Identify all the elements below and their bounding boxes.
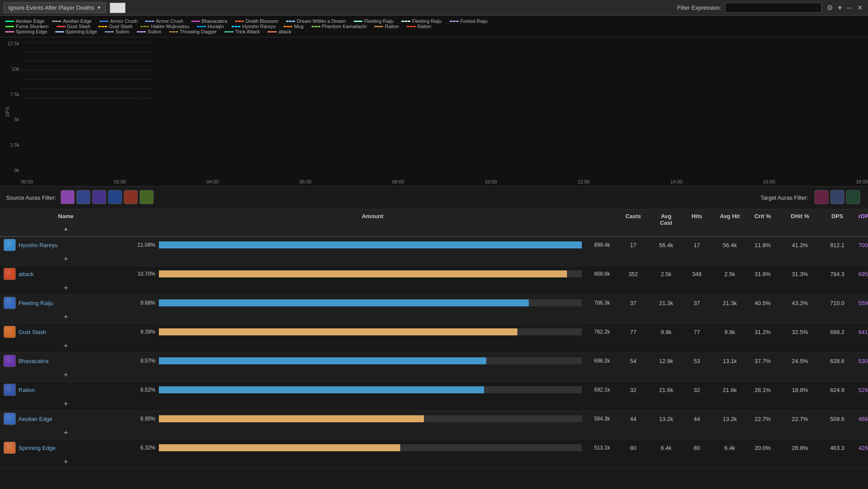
target-aura-icon-target-aura2[interactable] [830, 190, 844, 204]
dhit-cell: 18.8% [780, 385, 820, 395]
ability-name-text: Fleeting Raiju [18, 300, 54, 306]
col-name: Name [0, 213, 132, 226]
plus-icon[interactable]: + [64, 313, 68, 322]
rdps-cell: 559.0 [855, 298, 868, 308]
plus-icon[interactable]: + [64, 399, 68, 409]
legend-item: Raiton [407, 24, 431, 29]
ability-name-text: Spinning Edge [18, 445, 56, 451]
dhit-cell: 32.5% [780, 327, 820, 337]
col-dps: DPS [820, 213, 855, 226]
expand-row-button[interactable]: + [0, 253, 132, 266]
expand-row-button[interactable]: + [0, 340, 132, 352]
plus-icon[interactable]: + [64, 370, 68, 380]
expand-row-button[interactable]: + [0, 398, 132, 410]
ability-icon-hyosho [4, 239, 16, 251]
avg-hit-cell: 2.5k [714, 269, 745, 279]
amount-pct: 11.08% [135, 242, 155, 248]
ability-name-cell: attack [0, 266, 132, 282]
source-auras-label: Source Auras Filter: [6, 194, 56, 201]
expand-row-button[interactable]: + [0, 369, 132, 381]
amount-bar [159, 270, 582, 277]
aura-icon-aura6[interactable] [140, 190, 154, 204]
crit-cell: 28.1% [745, 385, 780, 395]
aura-icon-aura4[interactable] [108, 190, 122, 204]
amount-pct: 6.95% [135, 416, 155, 422]
aura-icon-aura1[interactable] [61, 190, 75, 204]
bar-fill [159, 328, 517, 335]
col-amount: Amount [132, 213, 613, 226]
ability-name-cell: Bhavacakra [0, 353, 132, 369]
table-row: attack10.70%868.6k3522.5k3482.5k31.6%31.… [0, 266, 868, 295]
y-axis-label: 5k [14, 117, 19, 122]
target-aura-icon-target-aura3[interactable] [846, 190, 860, 204]
legend-label: Armor Crush [156, 18, 183, 24]
col-dhit: DHit % [780, 213, 820, 226]
dhit-cell: 31.3% [780, 269, 820, 279]
ignore-events-dropdown[interactable]: Ignore Events After Player Deaths ▼ [4, 2, 106, 13]
aura-icon-aura5[interactable] [124, 190, 138, 204]
ability-icon-raiton [4, 384, 16, 396]
rdps-cell: 526.7 [855, 385, 868, 395]
legend-item: Phantom Kamaitachi [312, 24, 367, 29]
table-row: Raiton8.52%692.1k3221.6k3221.6k28.1%18.8… [0, 382, 868, 411]
col-avg-cast: Avg Cast [653, 213, 679, 226]
y-axis-label: 2.5k [10, 142, 19, 147]
amount-pct: 9.39% [135, 329, 155, 335]
legend-label: Forked Raiju [460, 18, 488, 24]
rdps-cell: 530.3 [855, 356, 868, 366]
aura-icon-aura2[interactable] [76, 190, 90, 204]
bar-fill [159, 444, 400, 451]
plus-icon[interactable]: + [64, 284, 68, 293]
legend-item: Gust Slash [57, 24, 91, 29]
target-aura-icon-target-aura1[interactable] [814, 190, 829, 204]
hits-cell: 32 [679, 385, 714, 395]
dropdown-small-icon[interactable]: ▾ [836, 3, 843, 13]
legend-item: Armor Crush [145, 18, 183, 24]
expand-row-button[interactable]: + [0, 282, 132, 295]
col-avg-hit: Avg Hit [714, 213, 745, 226]
legend-item: attack [268, 29, 291, 34]
legend-item: Mug [283, 24, 303, 29]
legend-label: Armor Crush [110, 18, 137, 24]
table-row: Fleeting Raiju9.68%786.3k3721.3k3721.3k4… [0, 295, 868, 324]
legend-row: Aeolian EdgeAeolian EdgeArmor CrushArmor… [5, 18, 863, 24]
plus-icon[interactable]: + [64, 457, 68, 467]
dps-cell: 628.6 [820, 356, 855, 366]
dhit-cell: 41.2% [780, 240, 820, 250]
filter-expression-input[interactable] [725, 3, 821, 13]
white-box [110, 3, 126, 13]
bar-fill [159, 241, 582, 248]
top-bar-icons: ⚙ ▾ ─ ✕ [825, 3, 864, 13]
hits-cell: 348 [679, 269, 714, 279]
amount-pct: 9.68% [135, 300, 155, 306]
hits-cell: 77 [679, 327, 714, 337]
crit-cell: 11.8% [745, 240, 780, 250]
settings-icon[interactable]: ⚙ [825, 3, 835, 13]
plus-icon[interactable]: + [64, 428, 68, 438]
dropdown-label: Ignore Events After Player Deaths [8, 4, 94, 11]
expand-row-button[interactable]: + [0, 456, 132, 468]
minimize-icon[interactable]: ─ [845, 3, 854, 13]
rdps-cell: 700.5 [855, 240, 868, 250]
amount-bar [159, 328, 582, 335]
col-plus: + [0, 226, 132, 233]
chart-xaxis: 00:0002:0004:0006:0008:0010:0012:0014:00… [21, 177, 868, 186]
avg-cast-cell: 6.4k [653, 443, 679, 453]
ability-name-cell: Raiton [0, 382, 132, 398]
ability-name-text: Aeolian Edge [18, 416, 52, 422]
plus-icon[interactable]: + [64, 342, 68, 351]
dps-cell: 784.3 [820, 269, 855, 279]
plus-icon[interactable]: + [64, 255, 68, 264]
x-axis-label: 08:00 [392, 179, 405, 184]
expand-row-button[interactable]: + [0, 311, 132, 324]
expand-row-button[interactable]: + [0, 427, 132, 439]
x-axis-label: 10:00 [485, 179, 497, 184]
hits-cell: 80 [679, 443, 714, 453]
avg-hit-cell: 21.3k [714, 298, 745, 308]
ability-name-text: attack [18, 271, 34, 277]
legend-label: Spinning Edge [66, 29, 97, 34]
dhit-cell: 22.7% [780, 414, 820, 424]
ability-name-cell: Hyosho Ranryu [0, 237, 132, 253]
close-icon[interactable]: ✕ [855, 3, 864, 13]
aura-icon-aura3[interactable] [92, 190, 106, 204]
